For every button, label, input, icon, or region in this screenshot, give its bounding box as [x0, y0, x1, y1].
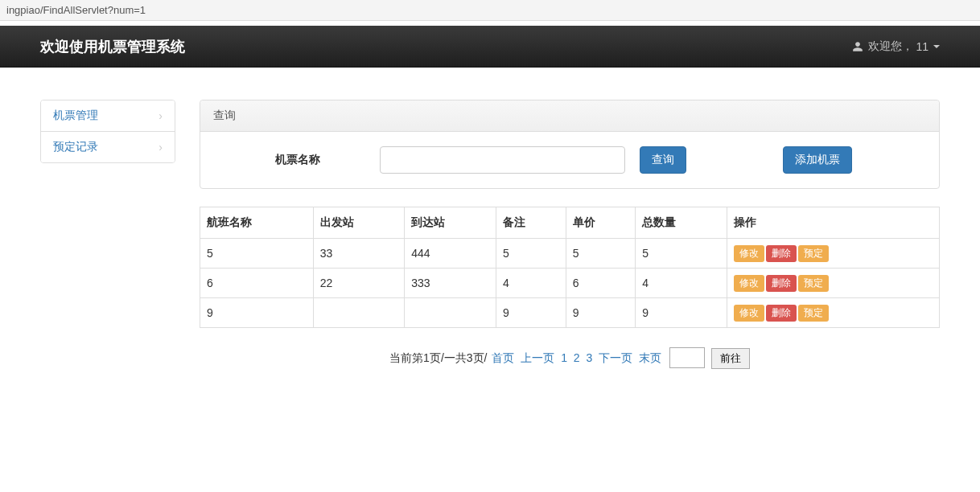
col-note: 备注 [496, 207, 566, 239]
book-button[interactable]: 预定 [798, 275, 829, 292]
page-last[interactable]: 末页 [639, 351, 661, 364]
sidebar: 机票管理 › 预定记录 › [40, 100, 175, 388]
browser-url-bar[interactable]: ingpiao/FindAllServlet?num=1 [0, 0, 980, 21]
book-button[interactable]: 预定 [798, 245, 829, 262]
user-icon [852, 41, 863, 52]
table-cell: 6 [566, 269, 636, 298]
edit-button[interactable]: 修改 [734, 305, 764, 322]
sidebar-item-label: 预定记录 [53, 140, 98, 154]
table-cell: 4 [496, 269, 566, 298]
ops-cell: 修改删除预定 [727, 298, 939, 328]
sidebar-item-label: 机票管理 [53, 109, 98, 123]
col-price: 单价 [566, 207, 636, 239]
table-cell: 444 [405, 239, 496, 269]
table-row: 622333464修改删除预定 [200, 269, 940, 298]
table-cell [313, 298, 405, 328]
delete-button[interactable]: 删除 [766, 275, 797, 292]
search-input[interactable] [380, 146, 625, 174]
col-qty: 总数量 [636, 207, 727, 239]
page-first[interactable]: 首页 [492, 351, 514, 364]
sidebar-item-tickets[interactable]: 机票管理 › [41, 100, 175, 132]
col-ops: 操作 [727, 207, 939, 239]
table-cell: 9 [636, 298, 727, 328]
col-name: 航班名称 [200, 207, 314, 239]
table-cell: 9 [496, 298, 566, 328]
search-panel: 查询 机票名称 查询 添加机票 [200, 100, 940, 189]
chevron-right-icon: › [159, 109, 163, 122]
main-content: 查询 机票名称 查询 添加机票 航班名称 出发站 到达站 备注 单价 总数量 操… [200, 100, 940, 388]
table-cell: 5 [496, 239, 566, 269]
pagination: 当前第1页/一共3页/ 首页 上一页 1 2 3 下一页 末页 前往 [200, 328, 940, 388]
table-cell: 6 [200, 269, 314, 298]
chevron-right-icon: › [159, 141, 163, 154]
delete-button[interactable]: 删除 [766, 245, 797, 262]
edit-button[interactable]: 修改 [734, 245, 764, 262]
user-name: 11 [916, 40, 929, 53]
table-cell: 22 [313, 269, 405, 298]
table-row: 533444555修改删除预定 [200, 239, 940, 269]
page-2[interactable]: 2 [574, 351, 580, 364]
book-button[interactable]: 预定 [798, 305, 829, 322]
tickets-table: 航班名称 出发站 到达站 备注 单价 总数量 操作 533444555修改删除预… [200, 207, 940, 328]
page-1[interactable]: 1 [561, 351, 567, 364]
page-3[interactable]: 3 [587, 351, 593, 364]
table-cell [405, 298, 496, 328]
table-cell: 5 [200, 239, 314, 269]
table-header-row: 航班名称 出发站 到达站 备注 单价 总数量 操作 [200, 207, 940, 239]
page-info: 当前第1页/一共3页/ [389, 351, 487, 364]
caret-down-icon [933, 45, 940, 48]
page-go-button[interactable]: 前往 [711, 348, 750, 369]
page-next[interactable]: 下一页 [599, 351, 632, 364]
table-cell: 9 [566, 298, 636, 328]
table-cell: 4 [636, 269, 727, 298]
table-cell: 33 [313, 239, 405, 269]
search-button[interactable]: 查询 [640, 146, 686, 174]
col-to: 到达站 [405, 207, 496, 239]
navbar: 欢迎使用机票管理系统 欢迎您， 11 [0, 26, 980, 68]
app-title: 欢迎使用机票管理系统 [40, 37, 185, 56]
search-label: 机票名称 [215, 153, 380, 167]
add-ticket-button[interactable]: 添加机票 [783, 146, 852, 174]
edit-button[interactable]: 修改 [734, 275, 764, 292]
sidebar-item-bookings[interactable]: 预定记录 › [41, 132, 175, 162]
table-row: 9999修改删除预定 [200, 298, 940, 328]
page-number-input[interactable] [669, 347, 705, 368]
table-cell: 5 [636, 239, 727, 269]
user-greeting: 欢迎您， [868, 39, 913, 54]
table-cell: 5 [566, 239, 636, 269]
page-prev[interactable]: 上一页 [521, 351, 554, 364]
ops-cell: 修改删除预定 [727, 239, 939, 269]
ops-cell: 修改删除预定 [727, 269, 939, 298]
delete-button[interactable]: 删除 [766, 305, 797, 322]
col-from: 出发站 [313, 207, 405, 239]
table-cell: 333 [405, 269, 496, 298]
user-menu[interactable]: 欢迎您， 11 [852, 39, 940, 54]
table-cell: 9 [200, 298, 314, 328]
panel-title: 查询 [200, 100, 939, 132]
